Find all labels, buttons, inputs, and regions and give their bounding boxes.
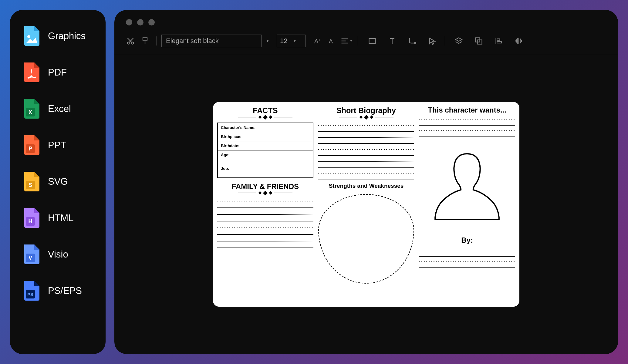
sidebar-item-pseps[interactable]: PS PS/EPS: [19, 279, 96, 302]
heading-family[interactable]: FAMILY & FRIENDS: [217, 182, 313, 191]
heading-bio[interactable]: Short Biography: [318, 106, 414, 115]
toolbar-divider: [445, 36, 445, 46]
svg-text:X: X: [29, 109, 32, 115]
writing-lines[interactable]: [419, 254, 515, 268]
facts-age-row[interactable]: Age:: [218, 150, 313, 164]
ppt-file-icon: P: [23, 135, 39, 155]
font-size-value: 12: [280, 37, 287, 45]
font-family-value: Elegant soft black: [166, 37, 219, 45]
svg-file-icon: S: [23, 172, 39, 191]
chevron-down-icon: ▼: [266, 39, 269, 43]
sidebar-item-label: PPT: [48, 140, 66, 151]
sidebar-item-label: SVG: [48, 176, 68, 187]
svg-text:A: A: [329, 38, 333, 45]
heading-divider-icon: [217, 191, 313, 195]
chevron-down-icon: ▼: [350, 39, 353, 42]
sidebar-item-graphics[interactable]: Graphics: [19, 25, 96, 47]
decrease-font-button[interactable]: A−: [326, 35, 338, 47]
visio-file-icon: V: [23, 244, 39, 264]
sidebar-item-ppt[interactable]: P PPT: [19, 134, 96, 157]
window-close-dot[interactable]: [126, 19, 132, 25]
window-controls: [114, 10, 618, 32]
heading-divider-icon: [217, 116, 313, 119]
sidebar-item-excel[interactable]: X Excel: [19, 97, 96, 120]
group-button[interactable]: [472, 35, 485, 47]
heading-divider-icon: [318, 116, 414, 119]
svg-text:P: P: [29, 146, 32, 152]
chevron-down-icon: ▼: [293, 39, 296, 43]
svg-rect-29: [497, 42, 501, 43]
heading-facts[interactable]: FACTS: [217, 106, 313, 115]
person-silhouette-icon[interactable]: [419, 143, 515, 228]
toolbar-divider: [358, 36, 358, 46]
svg-text:T: T: [390, 37, 395, 45]
svg-point-13: [127, 42, 130, 44]
flip-button[interactable]: [512, 35, 525, 47]
svg-point-14: [132, 42, 134, 44]
svg-text:S: S: [29, 182, 32, 188]
excel-file-icon: X: [23, 99, 39, 119]
svg-text:A: A: [314, 38, 319, 45]
document-canvas[interactable]: FACTS Character's Name: Birthplace: Birt…: [213, 102, 519, 307]
image-file-icon: [23, 26, 39, 46]
font-size-select[interactable]: 12 ▼: [277, 35, 306, 47]
layers-button[interactable]: [452, 35, 465, 47]
sidebar-item-label: Graphics: [48, 31, 86, 42]
doc-column-bio: Short Biography Strengths and Weaknesses: [318, 106, 414, 302]
window-maximize-dot[interactable]: [148, 19, 155, 25]
svg-text:PS: PS: [27, 292, 33, 297]
ps-file-icon: PS: [23, 281, 39, 301]
window-minimize-dot[interactable]: [137, 19, 143, 25]
rectangle-tool-button[interactable]: [366, 35, 379, 47]
svg-text:+: +: [319, 38, 321, 42]
connector-tool-button[interactable]: [406, 35, 419, 47]
doc-column-facts: FACTS Character's Name: Birthplace: Birt…: [217, 106, 313, 302]
pdf-file-icon: [23, 62, 39, 82]
sidebar-item-label: HTML: [48, 213, 73, 224]
sidebar-item-pdf[interactable]: PDF: [19, 61, 96, 84]
font-family-select[interactable]: Elegant soft black: [161, 35, 262, 47]
facts-birthplace-row[interactable]: Birthplace:: [218, 132, 313, 141]
thought-bubble-shape[interactable]: [318, 194, 414, 284]
cut-button[interactable]: [124, 35, 137, 47]
svg-rect-22: [369, 39, 376, 43]
align-objects-button[interactable]: [492, 35, 505, 47]
svg-text:−: −: [333, 38, 335, 42]
sidebar-item-label: Visio: [48, 249, 68, 260]
by-label[interactable]: By:: [419, 236, 515, 244]
toolbar-divider: [156, 36, 157, 46]
heading-wants[interactable]: This character wants...: [419, 106, 515, 114]
sidebar-item-label: PDF: [48, 67, 67, 78]
sidebar-item-html[interactable]: H HTML: [19, 207, 96, 229]
html-file-icon: H: [23, 208, 39, 228]
writing-lines[interactable]: [419, 117, 515, 136]
canvas-area[interactable]: FACTS Character's Name: Birthplace: Birt…: [114, 54, 618, 354]
increase-font-button[interactable]: A+: [311, 35, 324, 47]
writing-lines[interactable]: [318, 123, 414, 180]
svg-point-0: [27, 35, 30, 38]
svg-rect-28: [497, 39, 500, 40]
facts-name-row[interactable]: Character's Name:: [218, 123, 313, 132]
editor-toolbar: Elegant soft black ▼ 12 ▼ A+ A− ▼ T: [114, 32, 618, 54]
heading-strengths[interactable]: Strengths and Weaknesses: [318, 183, 414, 189]
pointer-tool-button[interactable]: [426, 35, 439, 47]
font-family-dropdown[interactable]: ▼: [263, 35, 272, 47]
text-tool-button[interactable]: T: [386, 35, 399, 47]
format-painter-button[interactable]: [139, 35, 151, 47]
svg-point-24: [414, 42, 416, 44]
sidebar-item-svg[interactable]: S SVG: [19, 170, 96, 193]
doc-column-wants: This character wants... By:: [419, 106, 515, 302]
svg-text:H: H: [29, 218, 32, 224]
sidebar-item-visio[interactable]: V Visio: [19, 243, 96, 266]
editor-window: Elegant soft black ▼ 12 ▼ A+ A− ▼ T: [114, 10, 618, 354]
sidebar-item-label: Excel: [48, 103, 71, 114]
align-button[interactable]: ▼: [340, 35, 353, 47]
writing-lines[interactable]: [217, 198, 313, 248]
facts-table[interactable]: Character's Name: Birthplace: Birthdate:…: [217, 123, 313, 178]
svg-text:V: V: [29, 255, 32, 261]
file-type-sidebar: Graphics PDF X Excel: [10, 10, 106, 354]
facts-job-row[interactable]: Job:: [218, 164, 313, 177]
facts-birthdate-row[interactable]: Birthdate:: [218, 141, 313, 150]
sidebar-item-label: PS/EPS: [48, 285, 82, 296]
